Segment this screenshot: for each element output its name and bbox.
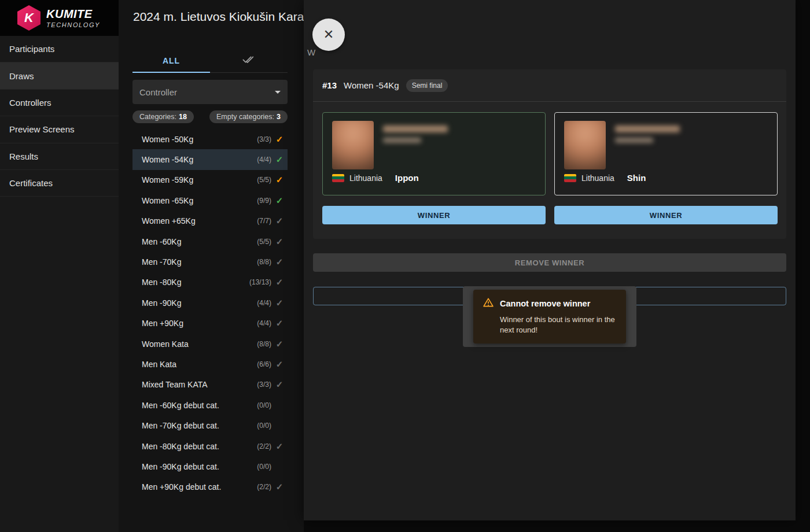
tooltip-body: Winner of this bout is winner in the nex…: [500, 315, 616, 335]
check-icon: ✓: [271, 175, 288, 185]
logo-letter: K: [24, 10, 34, 25]
category-name: Men -70Kg debut cat.: [142, 421, 245, 430]
category-name: Men -80Kg: [142, 278, 245, 287]
category-row[interactable]: Men -90Kg debut cat. (0/0): [132, 456, 288, 476]
category-name: Women -65Kg: [142, 196, 245, 205]
winner-button-right[interactable]: WINNER: [554, 206, 778, 224]
category-count: (0/0): [245, 401, 271, 409]
redacted-competitor-name: [383, 125, 448, 132]
tab-completed[interactable]: [210, 49, 288, 72]
competitor-card[interactable]: Lithuania Shin: [554, 112, 778, 195]
sidebar: K KUMITE TECHNOLOGY Participants Draws C…: [0, 0, 119, 532]
kumite-logo-icon: K: [17, 5, 41, 31]
brand-name: KUMITE: [46, 8, 100, 20]
category-count: (9/9): [245, 197, 271, 205]
category-name: Men +90Kg: [142, 319, 245, 328]
category-name: Men -90Kg debut cat.: [142, 462, 245, 471]
close-button[interactable]: ✕: [312, 19, 345, 51]
sidebar-item-label: Participants: [9, 44, 54, 54]
chip-label: Categories:: [139, 113, 176, 121]
category-row[interactable]: Men Kata (6/6) ✓: [132, 354, 288, 374]
category-row[interactable]: Women -50Kg (3/3) ✓: [132, 129, 288, 149]
sidebar-item-certificates[interactable]: Certificates: [0, 170, 119, 197]
winner-button-left[interactable]: WINNER: [322, 206, 546, 224]
bout-drawer: ✕ W #13 Women -54Kg Semi final Lithuania…: [304, 0, 796, 520]
category-row[interactable]: Men -80Kg debut cat. (2/2) ✓: [132, 436, 288, 456]
bout-category: Women -54Kg: [344, 80, 399, 90]
check-icon: ✓: [271, 237, 288, 247]
category-row[interactable]: Men -70Kg (8/8) ✓: [132, 252, 288, 272]
sidebar-item-label: Controllers: [9, 98, 51, 108]
tab-all[interactable]: ALL: [132, 49, 210, 72]
sidebar-item-results[interactable]: Results: [0, 143, 119, 170]
category-row[interactable]: Women Kata (8/8) ✓: [132, 334, 288, 354]
category-row[interactable]: Women -54Kg (4/4) ✓: [132, 149, 288, 169]
sidebar-item-controllers[interactable]: Controllers: [0, 90, 119, 116]
category-row[interactable]: Men -80Kg (13/13) ✓: [132, 272, 288, 293]
category-row[interactable]: Men -60Kg (5/5) ✓: [132, 231, 288, 252]
category-name: Women Kata: [142, 339, 245, 349]
redacted-competitor-name: [615, 125, 680, 132]
category-tabs: ALL: [132, 49, 288, 73]
check-icon: ✓: [271, 482, 288, 492]
category-count: (4/4): [245, 156, 271, 164]
category-count: (6/6): [245, 360, 271, 368]
sidebar-item-draws[interactable]: Draws: [0, 62, 119, 89]
category-row[interactable]: Men -60Kg debut cat. (0/0): [132, 395, 288, 415]
check-icon: ✓: [271, 277, 288, 287]
summary-chips: Categories: 18 Empty categories: 3: [132, 110, 288, 123]
category-row[interactable]: Men +90Kg (4/4) ✓: [132, 313, 288, 334]
category-row[interactable]: Men -90Kg (4/4) ✓: [132, 293, 288, 313]
check-icon: ✓: [271, 379, 288, 390]
remove-winner-button[interactable]: REMOVE WINNER: [313, 253, 786, 272]
bout-number: #13: [322, 80, 337, 90]
close-icon: ✕: [323, 28, 334, 41]
cannot-remove-winner-tooltip: Cannot remove winner Winner of this bout…: [473, 290, 626, 343]
check-icon: ✓: [271, 216, 288, 226]
category-row[interactable]: Men -70Kg debut cat. (0/0): [132, 415, 288, 435]
done-all-icon: [242, 53, 255, 68]
category-row[interactable]: Women +65Kg (7/7) ✓: [132, 211, 288, 231]
category-list: Women -50Kg (3/3) ✓ Women -54Kg (4/4) ✓ …: [132, 129, 288, 497]
competitor-photo: [564, 121, 606, 169]
category-row[interactable]: Women -65Kg (9/9) ✓: [132, 190, 288, 210]
clipped-underlying-text: W: [307, 47, 315, 57]
check-icon: ✓: [271, 257, 288, 267]
sidebar-item-label: Draws: [9, 71, 34, 81]
sidebar-item-preview-screens[interactable]: Preview Screens: [0, 116, 119, 143]
category-name: Women -54Kg: [142, 155, 245, 164]
category-name: Men -80Kg debut cat.: [142, 442, 245, 451]
lithuania-flag-icon: [332, 174, 344, 182]
chip-value: 18: [179, 113, 187, 121]
redacted-competitor-detail: [383, 138, 421, 143]
empty-categories-chip: Empty categories: 3: [209, 110, 288, 123]
sidebar-item-participants[interactable]: Participants: [0, 36, 119, 62]
category-row[interactable]: Mixed Team KATA (3/3) ✓: [132, 375, 288, 395]
category-name: Men -60Kg: [142, 237, 245, 246]
competitor-card-winner[interactable]: Lithuania Ippon: [322, 112, 546, 195]
category-count: (8/8): [245, 340, 271, 348]
check-icon: ✓: [271, 134, 288, 145]
tab-all-label: ALL: [163, 56, 180, 65]
categories-count-chip: Categories: 18: [132, 110, 194, 123]
category-row[interactable]: Women -59Kg (5/5) ✓: [132, 170, 288, 190]
category-name: Men -60Kg debut cat.: [142, 401, 245, 410]
controller-select[interactable]: Controller: [132, 80, 288, 104]
category-name: Men +90Kg debut cat.: [142, 482, 245, 492]
category-count: (4/4): [245, 319, 271, 327]
competitor-country: Lithuania: [349, 173, 382, 183]
category-count: (4/4): [245, 299, 271, 307]
category-row[interactable]: Men +90Kg debut cat. (2/2) ✓: [132, 477, 288, 497]
category-count: (5/5): [245, 238, 271, 246]
category-count: (2/2): [245, 483, 271, 491]
category-count: (7/7): [245, 217, 271, 225]
check-icon: ✓: [271, 441, 288, 452]
category-name: Women +65Kg: [142, 216, 245, 226]
bout-header: #13 Women -54Kg Semi final: [313, 69, 786, 102]
page-title: 2024 m. Lietuvos Kiokušin Kara: [133, 10, 304, 24]
category-count: (5/5): [245, 176, 271, 184]
check-icon: ✓: [271, 195, 288, 206]
competitor-photo: [332, 121, 374, 169]
check-icon: ✓: [271, 339, 288, 349]
bout-result: Ippon: [395, 173, 419, 183]
